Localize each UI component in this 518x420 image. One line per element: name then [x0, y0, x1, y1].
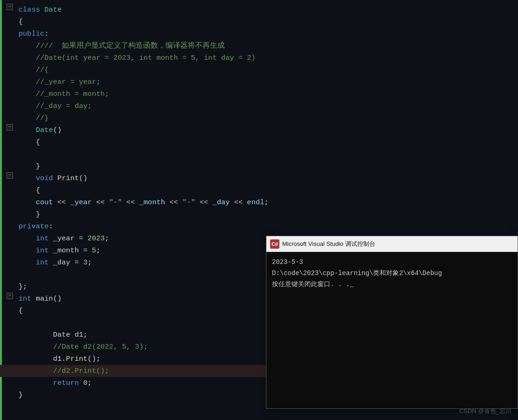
indent-space: [19, 112, 36, 124]
indent-space: [19, 40, 36, 52]
console-app-icon: C#: [270, 239, 279, 249]
line-content: public:: [15, 28, 49, 40]
line-content: {: [15, 16, 23, 28]
code-token: }: [19, 389, 23, 401]
code-token: int: [36, 257, 49, 269]
code-token: {: [19, 305, 23, 317]
indent-space: [19, 329, 36, 341]
indent-space: [19, 317, 36, 329]
code-token: _day =: [49, 257, 83, 269]
code-token: private: [19, 220, 49, 232]
code-token: (): [53, 124, 62, 136]
code-token: class: [19, 4, 44, 16]
code-token: //Date(int year = 2023, int month = 5, i…: [36, 52, 255, 64]
code-token: endl: [247, 196, 264, 208]
code-line: //}: [0, 112, 518, 124]
line-content: int _month = 5;: [15, 244, 101, 257]
indent-space: [19, 124, 36, 136]
line-gutter: −: [0, 293, 15, 299]
line-content: //}: [15, 112, 49, 124]
code-token: void: [36, 172, 57, 184]
code-token: _year: [70, 196, 92, 208]
fold-icon[interactable]: −: [6, 172, 13, 179]
code-token: _month: [139, 196, 165, 208]
code-line: //// 如果用户显式定义了构造函数，编译器将不再生成: [0, 40, 518, 52]
code-token: <<: [165, 196, 182, 208]
code-token: ;: [88, 257, 92, 269]
line-content: {: [15, 184, 40, 196]
code-token: "-": [183, 196, 196, 208]
console-title: Microsoft Visual Studio 调试控制台: [282, 240, 375, 248]
code-token: cout: [36, 196, 53, 208]
indent-space: [19, 64, 36, 76]
line-content: void Print(): [15, 172, 88, 184]
line-content: //Date d2(2022, 5, 3);: [15, 341, 148, 353]
line-content: {: [15, 305, 23, 317]
code-token: <<: [230, 196, 247, 208]
line-content: //Date(int year = 2023, int month = 5, i…: [15, 52, 256, 64]
code-token: "-": [109, 196, 122, 208]
code-token: 3: [83, 257, 88, 269]
console-titlebar: C# Microsoft Visual Studio 调试控制台: [266, 236, 518, 252]
code-token: //d2.Print();: [36, 365, 109, 377]
editor-area: −class Date{public: //// 如果用户显式定义了构造函数，编…: [0, 0, 518, 420]
line-content: int _year = 2023;: [15, 232, 109, 244]
line-content: private:: [15, 220, 53, 232]
code-token: }: [36, 208, 40, 220]
code-token: ;: [105, 232, 109, 244]
code-token: (): [79, 172, 88, 184]
fold-icon[interactable]: −: [6, 293, 13, 299]
indent-space: [19, 257, 36, 269]
indent-space: [19, 136, 36, 148]
code-token: int: [36, 232, 49, 244]
fold-icon[interactable]: −: [6, 4, 13, 10]
indent-space: [19, 269, 36, 281]
console-output-line: 2023-5-3: [272, 257, 512, 268]
code-line: //{: [0, 64, 518, 76]
code-token: }: [36, 160, 40, 172]
code-token: _month =: [49, 244, 92, 257]
indent-space: [19, 377, 36, 389]
code-line: private:: [0, 220, 518, 232]
code-token: Print: [57, 172, 79, 184]
line-content: [15, 269, 36, 281]
code-token: 5: [92, 244, 96, 257]
indent-space: [19, 353, 36, 365]
code-token: _year =: [49, 232, 88, 244]
code-line: //_year = year;: [0, 76, 518, 88]
indent-space: [19, 160, 36, 172]
code-token: <<: [53, 196, 70, 208]
code-token: //{: [36, 64, 49, 76]
code-token: int: [19, 293, 32, 305]
code-token: <<: [92, 196, 109, 208]
console-output-line: 按任意键关闭此窗口. . ._: [272, 279, 512, 290]
indent-space: [19, 365, 36, 377]
code-token: ;: [264, 196, 268, 208]
indent-space: [19, 88, 36, 100]
code-token: .Print: [62, 353, 88, 365]
line-content: }: [15, 389, 23, 401]
code-token: };: [19, 281, 27, 293]
code-line: − void Print(): [0, 172, 518, 184]
code-token: ();: [88, 353, 101, 365]
code-token: return: [36, 377, 83, 389]
code-token: ;: [96, 244, 100, 257]
code-token: int: [36, 244, 49, 257]
fold-icon[interactable]: −: [6, 124, 13, 131]
line-content: }: [15, 208, 40, 220]
line-content: int _day = 3;: [15, 257, 92, 269]
line-content: //{: [15, 64, 49, 76]
line-content: int main(): [15, 293, 62, 305]
indent-space: [19, 148, 53, 160]
code-token: Date: [36, 124, 53, 136]
line-content: //d2.Print();: [15, 365, 109, 377]
code-token: Date: [44, 4, 62, 16]
code-token: public: [19, 28, 44, 40]
code-token: :: [49, 220, 53, 232]
line-content: [15, 317, 36, 329]
line-content: Date d1;: [15, 329, 88, 341]
code-token: :: [44, 28, 49, 40]
code-line: −class Date: [0, 4, 518, 16]
console-popup[interactable]: C# Microsoft Visual Studio 调试控制台 2023-5-…: [266, 236, 518, 409]
code-line: {: [0, 184, 518, 196]
